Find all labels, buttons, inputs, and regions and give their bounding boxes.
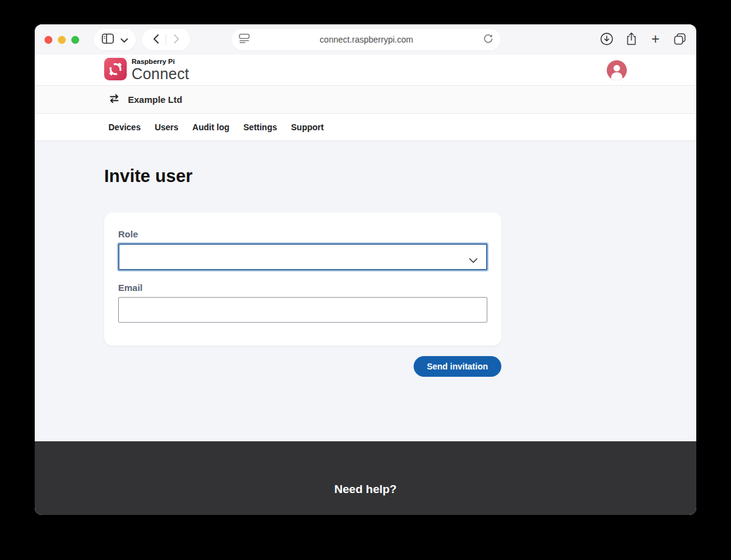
sidebar-toggle-button[interactable] [94,29,136,51]
main-content: Invite user Role Email Send invitation [35,141,696,441]
tab-settings[interactable]: Settings [244,122,277,132]
page-footer: Need help? [35,441,696,515]
reader-view-icon[interactable] [239,33,250,46]
chevron-left-icon [153,34,159,46]
tab-support[interactable]: Support [291,122,324,132]
email-label: Email [118,282,487,293]
close-window-button[interactable] [44,36,52,44]
role-label: Role [118,229,487,239]
downloads-button[interactable] [599,30,615,49]
tabs-icon [673,32,687,47]
email-field[interactable] [118,297,487,323]
forward-button[interactable] [166,29,186,51]
role-select[interactable] [118,243,487,270]
reload-icon[interactable] [483,33,493,46]
chevron-down-icon [121,34,128,45]
organisation-switcher[interactable]: Example Ltd [108,94,182,106]
send-invitation-button[interactable]: Send invitation [414,356,501,377]
avatar-icon [607,73,627,82]
account-menu-button[interactable] [607,60,627,80]
chevron-right-icon [174,34,180,46]
connect-logo-icon [104,58,127,83]
need-help-heading: Need help? [334,483,397,496]
swap-arrows-icon [108,94,120,106]
invite-form: Role Email Send invitation [104,212,501,377]
zoom-window-button[interactable] [71,36,79,44]
tab-users[interactable]: Users [155,122,178,132]
tab-overview-button[interactable] [672,30,688,49]
brand-logo-link[interactable]: Raspberry Pi Connect [104,58,189,83]
page-title: Invite user [104,166,696,186]
share-icon [626,32,637,47]
role-select-wrap [118,243,487,270]
site-header: Raspberry Pi Connect [35,55,696,86]
back-button[interactable] [146,29,166,51]
main-nav: Devices Users Audit log Settings Support [35,114,696,141]
tab-audit-log[interactable]: Audit log [192,122,230,132]
url-text: connect.raspberrypi.com [250,35,483,44]
new-tab-button[interactable]: + [648,30,663,49]
plus-icon: + [651,32,659,46]
minimize-window-button[interactable] [58,36,66,44]
download-icon [600,32,613,47]
invite-form-card: Role Email [104,212,501,346]
organisation-name: Example Ltd [128,94,182,105]
brand-text: Raspberry Pi Connect [132,58,189,82]
traffic-lights [44,36,79,44]
sidebar-icon [102,33,114,46]
browser-window: connect.raspberrypi.com + [35,24,696,515]
organisation-bar: Example Ltd [35,86,696,114]
browser-toolbar: connect.raspberrypi.com + [35,24,696,55]
brand-connect: Connect [132,66,189,82]
history-nav [142,29,190,51]
share-button[interactable] [623,30,639,49]
address-bar[interactable]: connect.raspberrypi.com [231,29,501,51]
toolbar-right: + [599,24,688,55]
tab-devices[interactable]: Devices [108,122,141,132]
